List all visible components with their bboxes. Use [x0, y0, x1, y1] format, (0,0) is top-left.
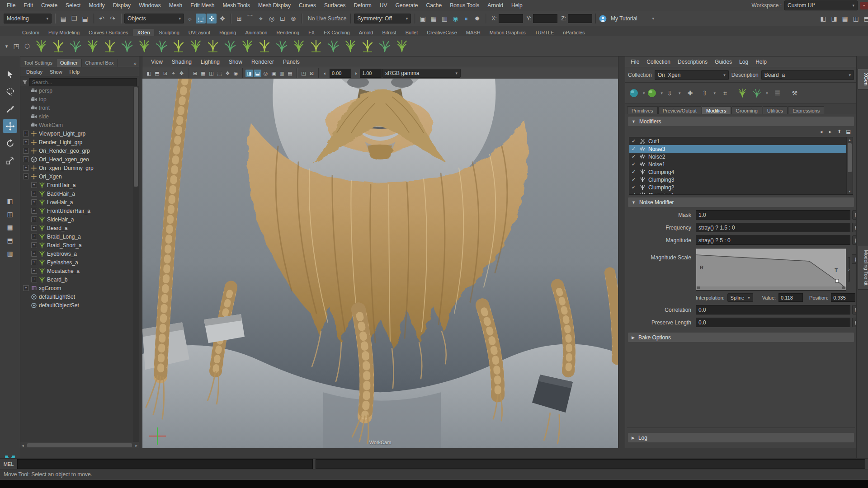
expand-toggle[interactable]: +: [31, 191, 37, 197]
use-default-material-icon[interactable]: ◎: [262, 70, 269, 77]
import-button[interactable]: ⇧▾: [700, 85, 716, 101]
display-layer-icon[interactable]: ◉: [450, 14, 460, 23]
interpolation-dropdown[interactable]: Spline▾: [727, 293, 753, 302]
shelf-tab[interactable]: MASH: [462, 29, 485, 36]
snap-point-icon[interactable]: ⌖: [256, 14, 266, 23]
expand-toggle[interactable]: +: [31, 225, 37, 231]
shelf-tab[interactable]: Rigging: [215, 29, 240, 36]
outliner-item[interactable]: +Moustache_a: [20, 267, 133, 275]
menubar-item[interactable]: Modify: [85, 0, 108, 11]
menubar-item[interactable]: Bonus Tools: [446, 0, 483, 11]
modifier-row[interactable]: ✓Noise2: [629, 153, 853, 160]
ramp-marker-t[interactable]: T: [835, 267, 838, 273]
outliner-item[interactable]: +Eyebrows_a: [20, 249, 133, 258]
expand-toggle[interactable]: +: [31, 259, 37, 265]
z-coordinate-input[interactable]: [568, 14, 592, 23]
hypershade-icon[interactable]: ✸: [472, 14, 482, 23]
modifier-folder-icon[interactable]: ⬓: [844, 128, 852, 136]
outliner-menu-item[interactable]: Help: [66, 69, 83, 75]
snap-grid-icon[interactable]: ⊞: [234, 14, 244, 23]
viewport-menu-item[interactable]: Renderer: [247, 59, 278, 65]
move-modifier-up-icon[interactable]: ⬆: [835, 128, 843, 136]
workspace-dropdown[interactable]: Custom UI*▾: [784, 0, 858, 10]
xgen-shelf-button[interactable]: [102, 38, 118, 55]
dock-tab-xgen[interactable]: XGen: [858, 69, 868, 89]
shelf-item-icon[interactable]: ⬡: [22, 41, 32, 51]
collection-dropdown[interactable]: Ori_Xgen▾: [655, 70, 729, 80]
view-transform-dropdown[interactable]: sRGB gamma▾: [382, 69, 461, 78]
expand-toggle[interactable]: +: [31, 199, 37, 205]
menubar-item[interactable]: Surfaces: [320, 0, 349, 11]
modifier-enabled-checkbox[interactable]: ✓: [632, 146, 637, 152]
xgen-menu-item[interactable]: Collection: [643, 59, 674, 65]
guide-tool-button[interactable]: [735, 85, 750, 101]
modifier-enabled-checkbox[interactable]: ✓: [632, 161, 637, 167]
shelf-tab[interactable]: Rendering: [272, 29, 303, 36]
tab-tool-settings[interactable]: Tool Settings: [20, 59, 57, 67]
command-input[interactable]: [17, 459, 313, 469]
outliner-vertical-scrollbar[interactable]: [133, 86, 139, 442]
custom-layout-icon[interactable]: ▥: [5, 249, 15, 258]
resolution-gate-icon[interactable]: ◫: [208, 70, 215, 77]
field-chart-icon[interactable]: ❖: [224, 70, 231, 77]
scroll-right-icon[interactable]: ▸: [134, 443, 139, 448]
move-modifier-right-icon[interactable]: ▸: [826, 128, 834, 136]
menubar-item[interactable]: Mesh Display: [254, 0, 295, 11]
menubar-item[interactable]: Create: [37, 0, 61, 11]
select-tool-button[interactable]: [3, 68, 17, 81]
outliner-item[interactable]: +Beard_b: [20, 275, 133, 284]
menubar-item[interactable]: Select: [61, 0, 85, 11]
outliner-item[interactable]: +Ori_Head_xgen_geo: [20, 155, 133, 164]
four-pane-layout-icon[interactable]: ▦: [840, 14, 850, 23]
preserve-length-input[interactable]: [696, 318, 850, 327]
menubar-item[interactable]: Help: [507, 0, 527, 11]
menubar-item[interactable]: Edit Mesh: [186, 0, 218, 11]
ramp-marker-r[interactable]: R: [700, 265, 703, 270]
magnitude-input[interactable]: [696, 235, 850, 245]
snap-view-plane-icon[interactable]: ⊡: [278, 14, 288, 23]
expand-toggle[interactable]: +: [31, 268, 37, 274]
exposure-input[interactable]: [330, 69, 351, 78]
menubar-item[interactable]: UV: [376, 0, 392, 11]
shelf-tab[interactable]: Bifrost: [378, 29, 400, 36]
shelf-tab[interactable]: UVLayout: [184, 29, 214, 36]
expand-toggle[interactable]: +: [23, 139, 29, 145]
shelf-tab[interactable]: Sculpting: [155, 29, 184, 36]
shelf-tab[interactable]: Motion Graphics: [486, 29, 530, 36]
xgen-shelf-button[interactable]: [67, 38, 84, 55]
expand-toggle[interactable]: +: [23, 285, 29, 291]
select-component-icon[interactable]: ✜: [207, 14, 217, 23]
outliner-item[interactable]: +FrontHair_a: [20, 181, 133, 189]
single-pane-layout-icon[interactable]: ◧: [818, 14, 828, 23]
command-language-toggle[interactable]: MEL: [0, 461, 17, 467]
shelf-tab[interactable]: CreativeCase: [423, 29, 461, 36]
expand-toggle[interactable]: +: [31, 242, 37, 248]
modifier-enabled-checkbox[interactable]: ✓: [632, 177, 637, 183]
add-primitive-button[interactable]: ✚: [683, 85, 698, 101]
gamma-icon[interactable]: ◑: [352, 70, 359, 77]
tab-outliner[interactable]: Outliner: [57, 59, 82, 67]
film-gate-icon[interactable]: ▦: [199, 70, 207, 77]
two-pane-layout-icon[interactable]: ◨: [829, 14, 839, 23]
xgen-shelf-button[interactable]: [239, 38, 255, 55]
paint-select-tool-button[interactable]: [3, 102, 17, 116]
outliner-item[interactable]: +Ori_Render_geo_grp: [20, 146, 133, 155]
outliner-item[interactable]: persp: [20, 86, 133, 95]
expand-toggle[interactable]: +: [23, 156, 29, 162]
snap-projected-center-icon[interactable]: ◎: [267, 14, 277, 23]
xgen-shelf-button[interactable]: [205, 38, 221, 55]
expand-toggle[interactable]: +: [31, 251, 37, 257]
outliner-item[interactable]: +Render_Light_grp: [20, 138, 133, 146]
shelf-tab[interactable]: FX: [304, 29, 319, 36]
xgen-shelf-button[interactable]: [50, 38, 66, 55]
outliner-menu-item[interactable]: Show: [47, 69, 66, 75]
search-input[interactable]: [29, 78, 137, 87]
bookmark-icon[interactable]: ⌖: [170, 70, 177, 77]
xgen-menu-item[interactable]: Log: [736, 59, 752, 65]
image-plane-icon[interactable]: ✥: [178, 70, 185, 77]
outliner-item[interactable]: +Braid_Long_a: [20, 232, 133, 241]
outliner-item[interactable]: defaultObjectSet: [20, 301, 133, 310]
sculpt-guides-button[interactable]: ▾: [752, 85, 768, 101]
modifier-enabled-checkbox[interactable]: ✓: [632, 169, 637, 175]
xgen-menu-item[interactable]: Descriptions: [674, 59, 711, 65]
